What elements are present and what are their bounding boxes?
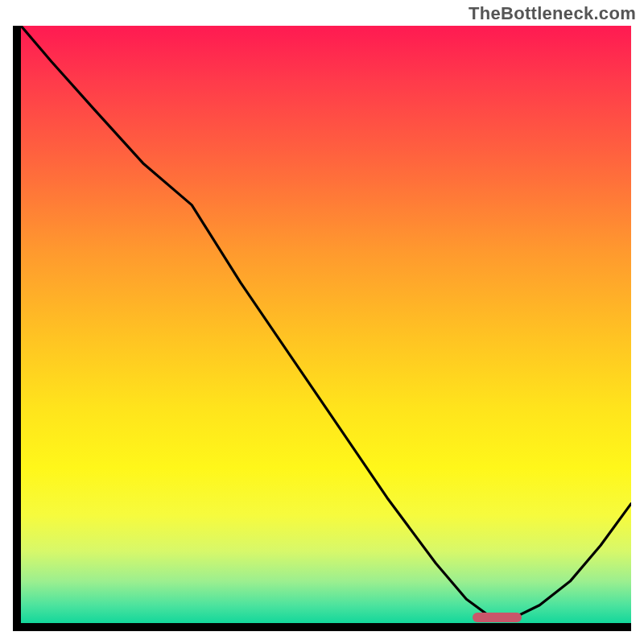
minimum-marker bbox=[473, 613, 522, 622]
curve-layer bbox=[21, 26, 631, 623]
plot-area bbox=[21, 26, 631, 623]
curve-path bbox=[21, 26, 631, 617]
plot-frame bbox=[13, 26, 631, 631]
chart-stage: TheBottleneck.com bbox=[0, 0, 644, 644]
watermark-text: TheBottleneck.com bbox=[469, 3, 636, 24]
